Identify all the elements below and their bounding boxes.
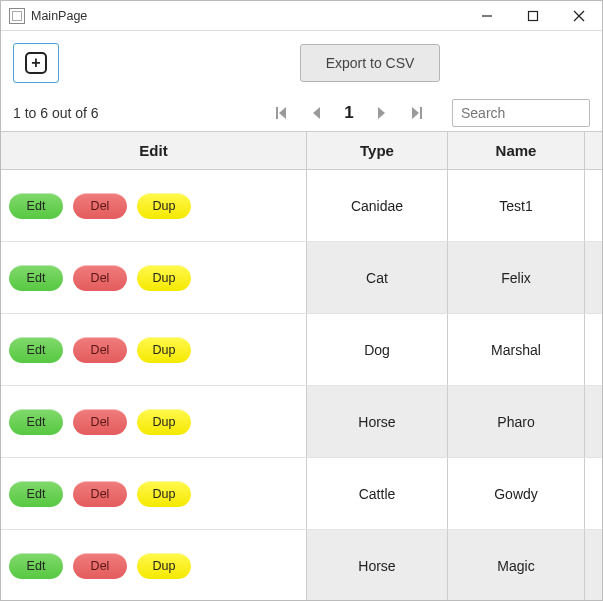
- duplicate-button[interactable]: Dup: [137, 337, 191, 363]
- edit-cell: EdtDelDup: [1, 458, 307, 529]
- type-cell: Cat: [307, 242, 448, 313]
- toolbar: + Export to CSV: [1, 31, 602, 95]
- table-row: EdtDelDupHorsePharo: [1, 386, 602, 458]
- app-icon: [9, 8, 25, 24]
- table-row: EdtDelDupCanidaeTest1: [1, 170, 602, 242]
- edit-cell: EdtDelDup: [1, 530, 307, 601]
- window-title-bar: MainPage: [1, 1, 602, 31]
- prev-page-button[interactable]: [306, 102, 328, 124]
- type-cell: Horse: [307, 530, 448, 601]
- empty-cell: [585, 530, 602, 601]
- header-name: Name: [448, 132, 585, 169]
- empty-cell: [585, 458, 602, 529]
- export-csv-button[interactable]: Export to CSV: [300, 44, 440, 82]
- duplicate-button[interactable]: Dup: [137, 481, 191, 507]
- grid-header-row: Edit Type Name: [1, 132, 602, 170]
- delete-button[interactable]: Del: [73, 193, 127, 219]
- edit-button-label: Edt: [27, 559, 46, 573]
- edit-button-label: Edt: [27, 343, 46, 357]
- export-csv-label: Export to CSV: [326, 55, 415, 71]
- edit-button[interactable]: Edt: [9, 337, 63, 363]
- table-row: EdtDelDupHorseMagic: [1, 530, 602, 601]
- duplicate-button-label: Dup: [153, 199, 176, 213]
- next-page-button[interactable]: [370, 102, 392, 124]
- delete-button[interactable]: Del: [73, 337, 127, 363]
- name-cell: Pharo: [448, 386, 585, 457]
- name-cell: Magic: [448, 530, 585, 601]
- window-minimize-button[interactable]: [464, 1, 510, 30]
- delete-button[interactable]: Del: [73, 553, 127, 579]
- edit-button[interactable]: Edt: [9, 553, 63, 579]
- header-edit: Edit: [1, 132, 307, 169]
- table-row: EdtDelDupCatFelix: [1, 242, 602, 314]
- edit-button-label: Edt: [27, 415, 46, 429]
- type-cell: Cattle: [307, 458, 448, 529]
- duplicate-button-label: Dup: [153, 487, 176, 501]
- search-input[interactable]: [452, 99, 590, 127]
- edit-button[interactable]: Edt: [9, 481, 63, 507]
- type-cell: Canidae: [307, 170, 448, 241]
- window-close-button[interactable]: [556, 1, 602, 30]
- duplicate-button[interactable]: Dup: [137, 265, 191, 291]
- delete-button[interactable]: Del: [73, 409, 127, 435]
- edit-button[interactable]: Edt: [9, 409, 63, 435]
- empty-cell: [585, 242, 602, 313]
- delete-button-label: Del: [91, 559, 110, 573]
- first-page-button[interactable]: [270, 102, 292, 124]
- edit-button-label: Edt: [27, 271, 46, 285]
- header-empty: [585, 132, 602, 169]
- window-maximize-button[interactable]: [510, 1, 556, 30]
- empty-cell: [585, 386, 602, 457]
- edit-button[interactable]: Edt: [9, 265, 63, 291]
- plus-icon: +: [25, 52, 47, 74]
- delete-button-label: Del: [91, 199, 110, 213]
- duplicate-button-label: Dup: [153, 343, 176, 357]
- window-title: MainPage: [31, 9, 464, 23]
- pagination-controls: 1: [270, 102, 428, 124]
- add-button[interactable]: +: [13, 43, 59, 83]
- duplicate-button[interactable]: Dup: [137, 409, 191, 435]
- data-grid: Edit Type Name EdtDelDupCanidaeTest1EdtD…: [1, 131, 602, 601]
- name-cell: Felix: [448, 242, 585, 313]
- name-cell: Test1: [448, 170, 585, 241]
- duplicate-button-label: Dup: [153, 271, 176, 285]
- table-row: EdtDelDupDogMarshal: [1, 314, 602, 386]
- edit-button-label: Edt: [27, 487, 46, 501]
- duplicate-button[interactable]: Dup: [137, 553, 191, 579]
- record-count-label: 1 to 6 out of 6: [13, 105, 99, 121]
- type-cell: Horse: [307, 386, 448, 457]
- current-page-number: 1: [342, 103, 356, 123]
- delete-button-label: Del: [91, 271, 110, 285]
- edit-cell: EdtDelDup: [1, 170, 307, 241]
- delete-button-label: Del: [91, 487, 110, 501]
- type-cell: Dog: [307, 314, 448, 385]
- svg-rect-1: [529, 11, 538, 20]
- edit-button[interactable]: Edt: [9, 193, 63, 219]
- empty-cell: [585, 314, 602, 385]
- header-type: Type: [307, 132, 448, 169]
- duplicate-button-label: Dup: [153, 559, 176, 573]
- duplicate-button[interactable]: Dup: [137, 193, 191, 219]
- delete-button-label: Del: [91, 415, 110, 429]
- edit-cell: EdtDelDup: [1, 386, 307, 457]
- edit-button-label: Edt: [27, 199, 46, 213]
- edit-cell: EdtDelDup: [1, 314, 307, 385]
- name-cell: Gowdy: [448, 458, 585, 529]
- delete-button[interactable]: Del: [73, 481, 127, 507]
- delete-button-label: Del: [91, 343, 110, 357]
- name-cell: Marshal: [448, 314, 585, 385]
- edit-cell: EdtDelDup: [1, 242, 307, 313]
- empty-cell: [585, 170, 602, 241]
- delete-button[interactable]: Del: [73, 265, 127, 291]
- pagination-bar: 1 to 6 out of 6 1: [1, 95, 602, 131]
- table-row: EdtDelDupCattleGowdy: [1, 458, 602, 530]
- last-page-button[interactable]: [406, 102, 428, 124]
- duplicate-button-label: Dup: [153, 415, 176, 429]
